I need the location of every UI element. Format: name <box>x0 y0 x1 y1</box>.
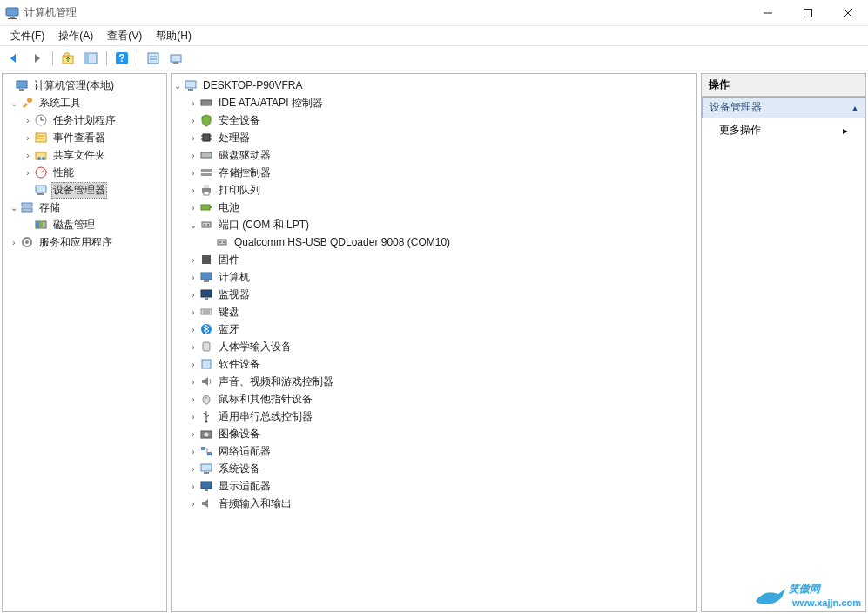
device-display[interactable]: ›显示适配器 <box>172 477 696 495</box>
expand-icon[interactable]: › <box>187 447 199 456</box>
device-computer[interactable]: ›计算机 <box>172 268 696 286</box>
up-button[interactable] <box>57 48 78 69</box>
svg-rect-9 <box>84 53 89 64</box>
device-audio-io[interactable]: ›音频输入和输出 <box>172 495 696 512</box>
device-port-item[interactable]: Qualcomm HS-USB QDLoader 9008 (COM10) <box>172 233 696 251</box>
expand-icon[interactable]: › <box>22 168 34 178</box>
expand-icon[interactable]: › <box>187 377 199 387</box>
expand-icon[interactable]: › <box>187 255 199 265</box>
device-battery[interactable]: ›电池 <box>172 199 696 216</box>
device-print-queue[interactable]: ›打印队列 <box>172 181 696 199</box>
device-network[interactable]: ›网络适配器 <box>172 442 696 460</box>
tree-shared-folders[interactable]: › 共享文件夹 <box>3 146 166 164</box>
expand-icon[interactable]: › <box>187 360 199 369</box>
device-root[interactable]: ⌄DESKTOP-P90VFRA <box>172 77 696 94</box>
printer-icon <box>199 183 213 197</box>
device-storage-ctrl[interactable]: ›存储控制器 <box>172 164 696 181</box>
forward-button[interactable] <box>26 48 47 69</box>
actions-more[interactable]: 更多操作 ▸ <box>702 118 865 142</box>
expand-icon[interactable]: › <box>187 464 199 474</box>
tree-event-viewer[interactable]: › 事件查看器 <box>3 129 166 146</box>
device-software[interactable]: ›软件设备 <box>172 355 696 373</box>
expand-icon[interactable]: › <box>187 151 199 160</box>
device-hid[interactable]: ›人体学输入设备 <box>172 338 696 355</box>
shark-icon <box>754 584 789 608</box>
expand-icon[interactable]: › <box>187 412 199 422</box>
expand-icon[interactable]: › <box>22 133 34 143</box>
actions-section[interactable]: 设备管理器 ▴ <box>702 97 865 118</box>
expand-icon[interactable]: › <box>187 429 199 439</box>
device-keyboard[interactable]: ›键盘 <box>172 303 696 320</box>
device-monitor[interactable]: ›监视器 <box>172 286 696 303</box>
device-mouse[interactable]: ›鼠标和其他指针设备 <box>172 390 696 408</box>
expand-icon[interactable]: › <box>187 325 199 334</box>
svg-point-62 <box>223 241 225 243</box>
svg-rect-31 <box>36 186 46 192</box>
collapse-icon[interactable]: ⌄ <box>8 203 20 213</box>
left-tree-pane[interactable]: 计算机管理(本地) ⌄ 系统工具 › 任务计划程序 › 事件查看器 › 共享文件… <box>2 73 167 612</box>
tree-services-apps[interactable]: › 服务和应用程序 <box>3 233 166 251</box>
expand-icon[interactable]: › <box>187 342 199 352</box>
expand-icon[interactable]: › <box>187 307 199 317</box>
collapse-icon[interactable]: ⌄ <box>187 220 199 230</box>
device-ports[interactable]: ⌄端口 (COM 和 LPT) <box>172 216 696 233</box>
expand-icon[interactable]: › <box>187 482 199 491</box>
shield-icon <box>199 113 213 127</box>
device-usb[interactable]: ›通用串行总线控制器 <box>172 408 696 425</box>
ide-icon <box>199 96 213 110</box>
tree-storage[interactable]: ⌄ 存储 <box>3 199 166 216</box>
minimize-button[interactable] <box>748 0 788 26</box>
computer-icon <box>184 78 198 92</box>
device-bluetooth[interactable]: ›蓝牙 <box>172 320 696 338</box>
tree-disk-management[interactable]: 磁盘管理 <box>3 216 166 233</box>
expand-icon[interactable]: › <box>187 168 199 178</box>
device-cpu[interactable]: ›处理器 <box>172 129 696 146</box>
maximize-button[interactable] <box>788 0 828 26</box>
mouse-icon <box>199 392 213 406</box>
svg-point-59 <box>207 224 209 226</box>
device-sound[interactable]: ›声音、视频和游戏控制器 <box>172 373 696 390</box>
menu-action[interactable]: 操作(A) <box>51 27 100 45</box>
scan-hardware-button[interactable] <box>165 48 186 69</box>
collapse-icon[interactable]: ⌄ <box>172 81 184 91</box>
menu-help[interactable]: 帮助(H) <box>149 27 198 45</box>
expand-icon[interactable]: › <box>187 203 199 213</box>
system-icon <box>199 462 213 476</box>
menu-view[interactable]: 查看(V) <box>100 27 149 45</box>
tree-task-scheduler[interactable]: › 任务计划程序 <box>3 111 166 129</box>
expand-icon[interactable]: › <box>8 238 20 247</box>
svg-rect-64 <box>201 273 212 280</box>
tree-system-tools[interactable]: ⌄ 系统工具 <box>3 94 166 111</box>
back-button[interactable] <box>3 48 24 69</box>
expand-icon[interactable]: › <box>187 499 199 509</box>
device-tree-pane[interactable]: ⌄DESKTOP-P90VFRA ›IDE ATA/ATAPI 控制器 ›安全设… <box>171 73 697 612</box>
tree-label: 音频输入和输出 <box>217 496 293 512</box>
expand-icon[interactable]: › <box>22 151 34 160</box>
expand-icon[interactable]: › <box>187 133 199 143</box>
expand-icon[interactable]: › <box>187 290 199 300</box>
device-system[interactable]: ›系统设备 <box>172 460 696 477</box>
tree-device-manager[interactable]: 设备管理器 <box>3 181 166 199</box>
device-security[interactable]: ›安全设备 <box>172 111 696 129</box>
expand-icon[interactable]: › <box>187 116 199 125</box>
svg-rect-53 <box>204 185 209 188</box>
close-button[interactable] <box>828 0 868 26</box>
show-hide-tree-button[interactable] <box>80 48 101 69</box>
expand-icon[interactable]: › <box>187 395 199 404</box>
expand-icon[interactable]: › <box>22 116 34 125</box>
tree-label: 计算机管理(本地) <box>32 78 116 94</box>
tree-label: 打印队列 <box>217 182 262 199</box>
expand-icon[interactable]: › <box>187 273 199 282</box>
expand-icon[interactable]: › <box>187 186 199 195</box>
device-imaging[interactable]: ›图像设备 <box>172 425 696 442</box>
expand-icon[interactable]: › <box>187 98 199 108</box>
tree-performance[interactable]: › 性能 <box>3 164 166 181</box>
help-button[interactable]: ? <box>111 48 132 69</box>
menu-file[interactable]: 文件(F) <box>3 27 51 45</box>
device-disk-drives[interactable]: ›磁盘驱动器 <box>172 146 696 164</box>
device-ide[interactable]: ›IDE ATA/ATAPI 控制器 <box>172 94 696 111</box>
tree-root[interactable]: 计算机管理(本地) <box>3 77 166 94</box>
collapse-icon[interactable]: ⌄ <box>8 98 20 108</box>
device-firmware[interactable]: ›固件 <box>172 251 696 268</box>
properties-button[interactable] <box>143 48 164 69</box>
